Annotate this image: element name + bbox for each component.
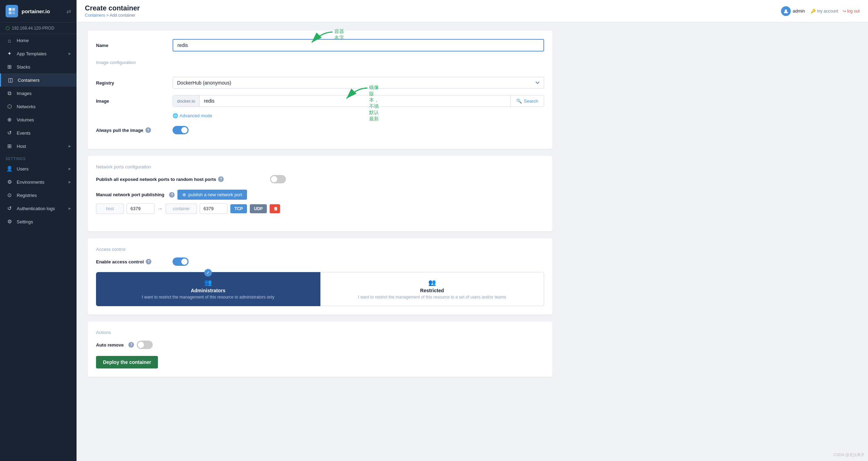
settings-section-label: SETTINGS <box>0 153 77 162</box>
main-content: Create container Containers > Add contai… <box>77 0 868 461</box>
log-out-link[interactable]: ↪ log out <box>843 9 860 14</box>
search-icon: 🔍 <box>516 98 522 104</box>
sidebar-item-environments[interactable]: ⚙ Environments <box>0 175 77 189</box>
name-input-wrap <box>173 39 544 51</box>
sidebar-item-label: Stacks <box>17 64 30 70</box>
name-input[interactable] <box>173 39 544 51</box>
advanced-mode-link[interactable]: 🌐 Advanced mode <box>173 113 212 118</box>
topbar: Create container Containers > Add contai… <box>77 0 868 22</box>
plus-icon: ⊕ <box>182 192 186 197</box>
breadcrumb-link[interactable]: Containers <box>85 13 105 18</box>
access-control-title: Access control <box>96 247 544 252</box>
publish-all-toggle-wrap <box>270 175 286 183</box>
always-pull-toggle[interactable] <box>173 126 189 134</box>
auto-remove-help-icon[interactable]: ? <box>128 342 134 348</box>
actions-section: Actions Auto remove ? Deploy the contain… <box>88 321 552 377</box>
enable-access-label: Enable access control ? <box>96 259 173 264</box>
network-ports-section: Network ports configuration Publish all … <box>88 156 552 231</box>
environments-icon: ⚙ <box>6 179 13 185</box>
networks-icon: ⬡ <box>6 103 13 110</box>
sidebar-toggle-icon[interactable]: ⇄ <box>66 8 71 15</box>
image-input[interactable] <box>200 95 510 106</box>
search-button[interactable]: 🔍 Search <box>510 95 544 106</box>
sidebar-item-stacks[interactable]: ⊞ Stacks <box>0 60 77 73</box>
always-pull-help-icon[interactable]: ? <box>145 127 151 133</box>
sidebar-item-label: Volumes <box>17 117 34 122</box>
restricted-access-card[interactable]: 👥 Restricted I want to restrict the mana… <box>320 272 544 306</box>
actions-title: Actions <box>96 330 544 335</box>
sidebar-item-events[interactable]: ↺ Events <box>0 126 77 140</box>
sidebar-item-settings[interactable]: ⚙ Settings <box>0 215 77 228</box>
sidebar-item-host[interactable]: ⊞ Host <box>0 140 77 153</box>
page-title: Create container <box>85 4 140 12</box>
sidebar-item-label: App Templates <box>17 51 47 56</box>
user-menu[interactable]: admin <box>781 6 805 16</box>
sidebar-logo[interactable]: portainer.io ⇄ <box>0 0 77 23</box>
manual-port-label: Manual network port publishing <box>96 192 164 197</box>
deploy-button[interactable]: Deploy the container <box>96 356 158 368</box>
image-prefix: docker.io <box>173 95 200 106</box>
portainer-icon <box>6 5 18 17</box>
access-cards: ✓ 👥 Administrators I want to restrict th… <box>96 272 544 306</box>
svg-rect-0 <box>9 8 11 11</box>
always-pull-label: Always pull the image ? <box>96 127 173 133</box>
sidebar-item-label: Networks <box>17 104 35 109</box>
users-icon: 👤 <box>6 166 13 172</box>
sidebar-item-registries[interactable]: ⊙ Registries <box>0 189 77 202</box>
sidebar-item-label: Users <box>17 166 29 172</box>
user-avatar <box>781 6 791 16</box>
sidebar-item-networks[interactable]: ⬡ Networks <box>0 100 77 113</box>
name-row: Name 容器名字 <box>96 39 544 51</box>
auth-logs-icon: ↺ <box>6 205 13 212</box>
breadcrumb-separator: > <box>106 13 110 18</box>
endpoint-item[interactable]: ⬡ 192.168.44.120-PROD <box>0 23 77 34</box>
sidebar-item-label: Environments <box>17 180 44 185</box>
svg-rect-1 <box>12 8 15 11</box>
breadcrumb-current: Add container <box>110 13 135 18</box>
delete-port-button[interactable]: 🗑 <box>270 204 280 213</box>
admin-card-desc: I want to restrict the management of thi… <box>103 295 313 300</box>
publish-all-help-icon[interactable]: ? <box>218 176 224 182</box>
enable-access-toggle-wrap <box>173 257 189 266</box>
container-port-input[interactable] <box>200 203 228 214</box>
registry-select-wrap: DockerHub (anonymous) <box>173 77 544 89</box>
sidebar-item-app-templates[interactable]: ✦ App Templates <box>0 47 77 60</box>
always-pull-toggle-wrap <box>173 126 189 134</box>
registry-select[interactable]: DockerHub (anonymous) <box>173 77 544 89</box>
sidebar-item-users[interactable]: 👤 Users <box>0 162 77 175</box>
publish-new-port-button[interactable]: ⊕ publish a new network port <box>177 190 247 200</box>
access-control-section: Access control Enable access control ? ✓ <box>88 238 552 315</box>
container-port-label <box>166 204 197 214</box>
sidebar-item-images[interactable]: ⧉ Images <box>0 87 77 100</box>
topbar-links: 🔑 my account ↪ log out <box>811 9 860 14</box>
enable-access-help-icon[interactable]: ? <box>146 259 151 264</box>
sidebar-item-home[interactable]: ⌂ Home <box>0 34 77 47</box>
publish-all-toggle[interactable] <box>270 175 286 183</box>
image-input-group: docker.io 🔍 Search <box>173 95 544 107</box>
udp-button[interactable]: UDP <box>250 204 267 213</box>
trash-icon: 🗑 <box>274 206 278 211</box>
sidebar-item-label: Settings <box>17 219 33 224</box>
image-label: Image <box>96 98 173 104</box>
auto-remove-toggle[interactable] <box>137 341 153 349</box>
admin-access-card[interactable]: ✓ 👥 Administrators I want to restrict th… <box>96 272 320 306</box>
sidebar-item-auth-logs[interactable]: ↺ Authentication logs <box>0 202 77 215</box>
logout-icon: ↪ <box>843 9 846 14</box>
enable-access-toggle[interactable] <box>173 257 189 266</box>
host-port-label <box>96 204 124 214</box>
auto-remove-label: Auto remove <box>96 342 124 348</box>
restricted-card-icon: 👥 <box>327 279 537 286</box>
stacks-icon: ⊞ <box>6 64 13 70</box>
form-container: Name 容器名字 <box>77 22 564 392</box>
registry-label: Registry <box>96 80 173 86</box>
images-icon: ⧉ <box>6 90 13 96</box>
app-templates-icon: ✦ <box>6 50 13 57</box>
tcp-button[interactable]: TCP <box>230 204 247 213</box>
my-account-link[interactable]: 🔑 my account <box>811 9 838 14</box>
sidebar-item-containers[interactable]: ◫ Containers <box>0 73 77 87</box>
sidebar-item-volumes[interactable]: ⊕ Volumes <box>0 113 77 126</box>
host-port-input[interactable] <box>127 203 154 214</box>
restricted-card-title: Restricted <box>327 288 537 293</box>
manual-port-help-icon[interactable]: ? <box>169 192 175 198</box>
events-icon: ↺ <box>6 130 13 136</box>
